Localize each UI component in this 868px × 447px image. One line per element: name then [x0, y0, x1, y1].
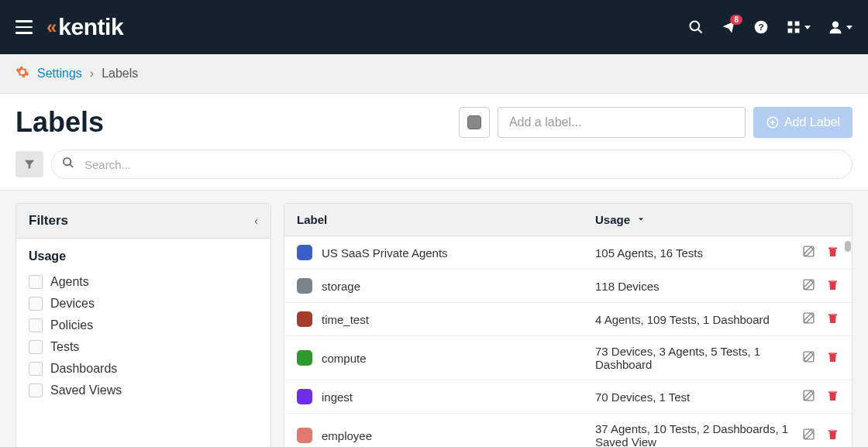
add-label-input[interactable] [498, 107, 746, 138]
filter-group-title: Usage [29, 249, 258, 263]
breadcrumb-separator: › [90, 67, 94, 81]
collapse-filters-button[interactable]: ‹ [254, 215, 258, 227]
sort-desc-icon [636, 213, 646, 226]
column-usage[interactable]: Usage [595, 213, 839, 226]
filter-item-policies[interactable]: Policies [29, 315, 258, 336]
row-actions [802, 428, 839, 443]
search-icon[interactable] [688, 19, 704, 35]
help-icon[interactable]: ? [753, 19, 769, 35]
trash-icon[interactable] [826, 350, 839, 366]
filters-title: Filters [29, 213, 68, 229]
checkbox-icon [29, 297, 43, 311]
label-name: time_test [322, 313, 369, 326]
edit-icon[interactable] [802, 311, 815, 327]
svg-point-12 [64, 158, 71, 165]
edit-icon[interactable] [802, 389, 815, 404]
table-row: US SaaS Private Agents105 Agents, 16 Tes… [284, 236, 852, 270]
row-actions [802, 245, 839, 260]
apps-icon[interactable] [786, 19, 811, 35]
usage-cell: 118 Devices [595, 280, 802, 293]
menu-icon[interactable] [16, 20, 33, 34]
edit-icon[interactable] [802, 350, 815, 366]
svg-line-1 [698, 29, 702, 33]
checkbox-icon [29, 362, 43, 376]
svg-point-0 [691, 22, 700, 31]
trash-icon[interactable] [826, 245, 839, 260]
header-left: « kentik [16, 14, 123, 40]
table-row: compute73 Devices, 3 Agents, 5 Tests, 1 … [284, 336, 852, 380]
filter-item-saved-views[interactable]: Saved Views [29, 380, 258, 401]
svg-rect-4 [788, 22, 793, 26]
add-label-button[interactable]: Add Label [753, 107, 852, 138]
logo-chevrons-icon: « [46, 16, 53, 38]
user-menu[interactable] [828, 19, 852, 35]
edit-icon[interactable] [802, 428, 815, 443]
edit-icon[interactable] [802, 278, 815, 294]
notification-badge: 8 [730, 15, 742, 25]
main-content: Filters ‹ Usage AgentsDevicesPoliciesTes… [0, 191, 868, 447]
brand-logo[interactable]: « kentik [46, 14, 123, 40]
filter-item-dashboards[interactable]: Dashboards [29, 358, 258, 380]
breadcrumb: Settings › Labels [0, 54, 868, 94]
filters-body: Usage AgentsDevicesPoliciesTestsDashboar… [16, 239, 270, 412]
table-row: ingest70 Devices, 1 Test [284, 380, 852, 414]
checkbox-icon [29, 318, 43, 332]
usage-cell: 37 Agents, 10 Tests, 2 Dashboards, 1 Sav… [595, 422, 802, 447]
notifications-icon[interactable]: 8 [721, 19, 736, 35]
scrollbar-thumb[interactable] [845, 241, 851, 252]
trash-icon[interactable] [826, 278, 839, 294]
breadcrumb-settings-link[interactable]: Settings [37, 67, 82, 81]
filter-toggle-button[interactable] [16, 151, 43, 177]
label-cell: storage [297, 278, 595, 294]
label-cell: time_test [297, 311, 595, 327]
filter-item-label: Tests [50, 340, 79, 354]
trash-icon[interactable] [826, 389, 839, 404]
filter-item-label: Devices [50, 297, 95, 311]
svg-rect-7 [795, 29, 800, 33]
search-box [51, 150, 852, 179]
svg-rect-5 [795, 22, 800, 26]
svg-line-13 [70, 164, 73, 167]
page-title: Labels [16, 106, 104, 139]
column-label[interactable]: Label [297, 213, 595, 226]
label-name: storage [322, 280, 360, 293]
usage-cell: 73 Devices, 3 Agents, 5 Tests, 1 Dashboa… [595, 345, 802, 371]
table-row: employee37 Agents, 10 Tests, 2 Dashboard… [284, 414, 852, 447]
label-color-swatch [297, 389, 312, 404]
label-color-swatch [297, 350, 312, 366]
row-actions [802, 278, 839, 294]
labels-table: Label Usage US SaaS Private Agents105 Ag… [284, 203, 852, 447]
label-name: ingest [322, 390, 353, 404]
page-header: Labels Add Label [0, 94, 868, 139]
filter-item-label: Agents [50, 275, 89, 289]
chevron-down-icon [804, 26, 811, 29]
search-input[interactable] [51, 150, 852, 179]
filter-item-label: Dashboards [50, 362, 117, 376]
header-actions: Add Label [459, 107, 852, 138]
table-body: US SaaS Private Agents105 Agents, 16 Tes… [284, 236, 852, 447]
filter-item-agents[interactable]: Agents [29, 271, 258, 293]
filter-item-tests[interactable]: Tests [29, 336, 258, 358]
color-swatch-icon [467, 115, 481, 129]
filter-item-label: Policies [50, 318, 93, 332]
filter-item-devices[interactable]: Devices [29, 293, 258, 315]
filters-header: Filters ‹ [16, 204, 270, 239]
breadcrumb-current: Labels [102, 67, 138, 81]
edit-icon[interactable] [802, 245, 815, 260]
search-row [0, 139, 868, 191]
checkbox-icon [29, 383, 43, 397]
trash-icon[interactable] [826, 428, 839, 443]
header-right: 8 ? [688, 19, 852, 35]
svg-rect-6 [788, 29, 793, 33]
funnel-icon [23, 158, 36, 170]
label-cell: US SaaS Private Agents [297, 245, 595, 260]
row-actions [802, 389, 839, 404]
label-name: US SaaS Private Agents [322, 246, 448, 260]
color-picker-button[interactable] [459, 107, 490, 138]
trash-icon[interactable] [826, 311, 839, 327]
svg-point-8 [832, 22, 839, 28]
label-color-swatch [297, 278, 312, 294]
search-icon [62, 156, 74, 172]
top-navbar: « kentik 8 ? [0, 0, 868, 54]
row-actions [802, 350, 839, 366]
